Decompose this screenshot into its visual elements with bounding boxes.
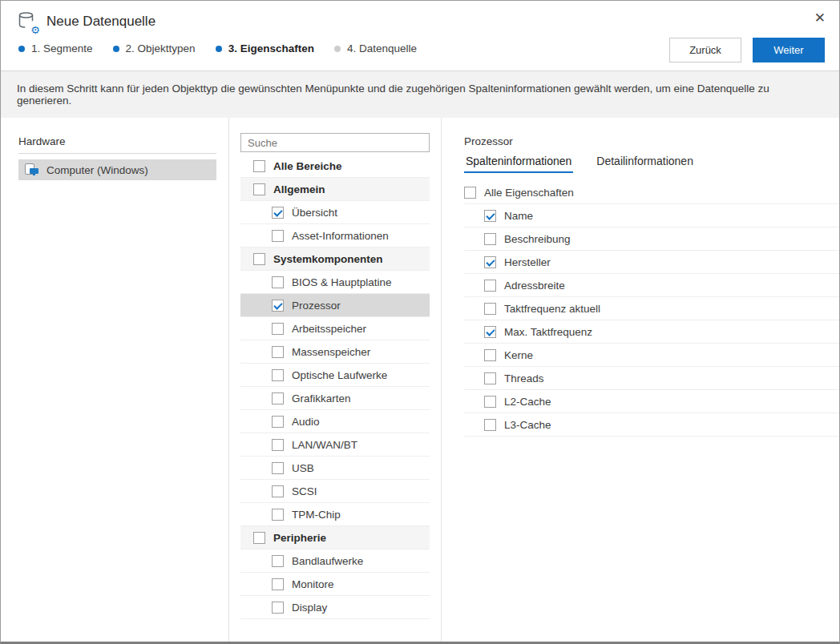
wizard-step[interactable]: 3. Eigenschaften bbox=[216, 42, 314, 54]
section-row[interactable]: Optische Laufwerke bbox=[240, 364, 430, 387]
step-label: 2. Objekttypen bbox=[126, 42, 196, 54]
section-row[interactable]: BIOS & Hauptplatine bbox=[240, 271, 430, 294]
checkbox[interactable] bbox=[272, 439, 284, 451]
property-label: L3-Cache bbox=[504, 419, 551, 431]
section-row[interactable]: Übersicht bbox=[240, 201, 430, 224]
search-input[interactable] bbox=[240, 133, 430, 152]
properties-panel-title: Prozessor bbox=[464, 135, 839, 147]
checkbox[interactable] bbox=[272, 369, 284, 381]
new-datasource-dialog: ⚙ Neue Datenquelle ✕ 1. Segmente 2. Obje… bbox=[0, 0, 840, 644]
property-label: L2-Cache bbox=[504, 396, 551, 408]
checkbox[interactable] bbox=[484, 256, 496, 268]
property-row[interactable]: L3-Cache bbox=[464, 413, 839, 437]
section-row[interactable]: Arbeitsspeicher bbox=[240, 317, 430, 340]
step-label: 4. Datenquelle bbox=[347, 42, 417, 54]
step-description-banner: In diesem Schritt kann für jeden Objektt… bbox=[1, 70, 839, 118]
section-label: USB bbox=[292, 462, 314, 474]
wizard-step[interactable]: 1. Segmente bbox=[18, 42, 93, 54]
section-row[interactable]: TPM-Chip bbox=[240, 503, 430, 526]
section-label: BIOS & Hauptplatine bbox=[292, 276, 392, 288]
checkbox[interactable] bbox=[253, 532, 265, 544]
property-row[interactable]: Threads bbox=[464, 367, 839, 390]
checkbox[interactable] bbox=[484, 349, 496, 361]
step-dot-icon bbox=[18, 46, 25, 52]
checkbox[interactable] bbox=[272, 300, 284, 312]
checkbox[interactable] bbox=[484, 326, 496, 338]
property-row[interactable]: Hersteller bbox=[464, 251, 839, 274]
checkbox[interactable] bbox=[272, 555, 284, 567]
properties-tab[interactable]: Detailinformationen bbox=[595, 155, 695, 173]
object-type-panel: Hardware Computer (Windows) bbox=[1, 118, 229, 642]
checkbox[interactable] bbox=[484, 419, 496, 431]
section-row[interactable]: Massenspeicher bbox=[240, 340, 430, 364]
checkbox[interactable] bbox=[253, 183, 265, 195]
property-row[interactable]: Name bbox=[464, 204, 839, 227]
property-label: Alle Eigenschaften bbox=[484, 187, 574, 199]
wizard-step[interactable]: 4. Datenquelle bbox=[334, 42, 417, 54]
tab-label: Detailinformationen bbox=[596, 155, 693, 167]
dialog-content: Hardware Computer (Windows) Alle Bereich… bbox=[1, 118, 839, 642]
checkbox[interactable] bbox=[484, 372, 496, 384]
property-row[interactable]: L2-Cache bbox=[464, 390, 839, 413]
checkbox[interactable] bbox=[272, 509, 284, 521]
section-label: Audio bbox=[292, 416, 320, 428]
checkbox[interactable] bbox=[272, 392, 284, 405]
property-row[interactable]: Beschreibung bbox=[464, 227, 839, 251]
checkbox[interactable] bbox=[484, 210, 496, 222]
section-row[interactable]: Peripherie bbox=[240, 526, 430, 549]
checkbox[interactable] bbox=[464, 187, 476, 199]
section-row[interactable]: SCSI bbox=[240, 480, 430, 503]
section-label: Systemkomponenten bbox=[273, 253, 383, 265]
properties-tabs: Spalteninformationen Detailinformationen bbox=[464, 155, 839, 173]
step-description-text: In diesem Schritt kann für jeden Objektt… bbox=[17, 83, 823, 107]
checkbox[interactable] bbox=[272, 230, 284, 242]
wizard-step[interactable]: 2. Objekttypen bbox=[113, 42, 196, 54]
checkbox[interactable] bbox=[484, 280, 496, 292]
section-row[interactable]: Monitore bbox=[240, 573, 430, 596]
step-dot-icon bbox=[216, 46, 222, 52]
back-button[interactable]: Zurück bbox=[669, 38, 741, 62]
checkbox[interactable] bbox=[484, 303, 496, 315]
checkbox[interactable] bbox=[484, 233, 496, 245]
close-icon[interactable]: ✕ bbox=[814, 11, 826, 25]
section-row[interactable]: Audio bbox=[240, 410, 430, 433]
computer-icon bbox=[25, 163, 38, 176]
section-label: Allgemein bbox=[273, 183, 325, 195]
step-label: 3. Eigenschaften bbox=[228, 42, 314, 54]
section-row[interactable]: LAN/WAN/BT bbox=[240, 433, 430, 457]
section-row[interactable]: Display bbox=[240, 596, 430, 619]
section-row[interactable]: Systemkomponenten bbox=[240, 248, 430, 271]
section-row[interactable]: Bandlaufwerke bbox=[240, 549, 430, 573]
checkbox[interactable] bbox=[272, 416, 284, 428]
section-row[interactable]: Alle Bereiche bbox=[240, 155, 430, 178]
properties-tab[interactable]: Spalteninformationen bbox=[464, 155, 573, 173]
property-label: Beschreibung bbox=[504, 233, 571, 245]
checkbox[interactable] bbox=[484, 396, 496, 408]
checkbox[interactable] bbox=[272, 323, 284, 335]
checkbox[interactable] bbox=[272, 346, 284, 358]
object-type-item[interactable]: Computer (Windows) bbox=[18, 159, 216, 180]
section-row[interactable]: Allgemein bbox=[240, 178, 430, 201]
section-row[interactable]: Grafikkarten bbox=[240, 387, 430, 410]
checkbox[interactable] bbox=[272, 276, 284, 288]
menu-sections-panel: Alle Bereiche Allgemein Übersicht Asset-… bbox=[229, 118, 442, 642]
property-row[interactable]: Max. Taktfrequenz bbox=[464, 320, 839, 344]
checkbox[interactable] bbox=[272, 485, 284, 497]
property-row[interactable]: Adressbreite bbox=[464, 274, 839, 297]
section-row[interactable]: Asset-Informationen bbox=[240, 224, 430, 248]
checkbox[interactable] bbox=[272, 462, 284, 474]
section-row[interactable]: Prozessor bbox=[240, 294, 430, 317]
checkbox[interactable] bbox=[272, 207, 284, 219]
property-label: Kerne bbox=[504, 349, 533, 361]
checkbox[interactable] bbox=[253, 253, 265, 265]
property-label: Max. Taktfrequenz bbox=[504, 326, 592, 338]
property-row[interactable]: Taktfrequenz aktuell bbox=[464, 297, 839, 320]
section-row[interactable]: USB bbox=[240, 457, 430, 480]
property-row[interactable]: Kerne bbox=[464, 344, 839, 367]
checkbox[interactable] bbox=[272, 602, 284, 614]
checkbox[interactable] bbox=[272, 578, 284, 590]
property-label: Threads bbox=[504, 372, 544, 384]
checkbox[interactable] bbox=[253, 160, 265, 172]
property-row[interactable]: Alle Eigenschaften bbox=[464, 181, 839, 204]
next-button[interactable]: Weiter bbox=[753, 38, 825, 62]
